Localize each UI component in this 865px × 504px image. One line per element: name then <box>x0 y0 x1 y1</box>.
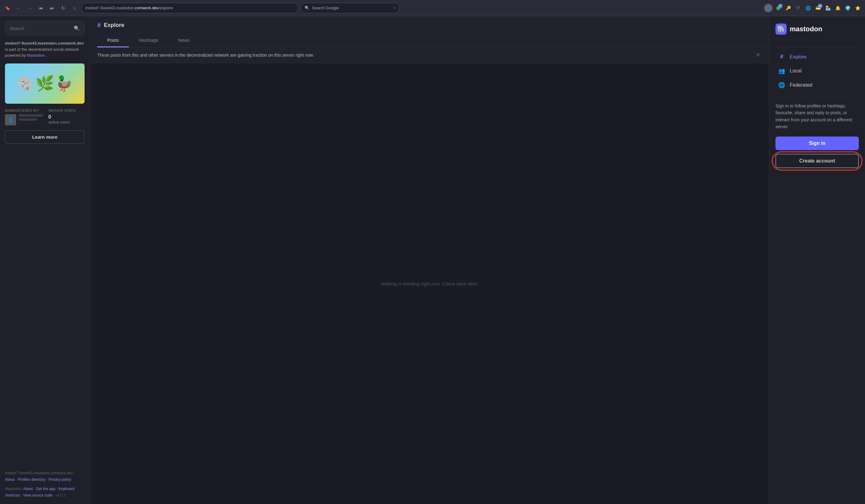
wallet-badge: 10 <box>818 4 822 8</box>
tab-news[interactable]: News <box>168 34 200 47</box>
server-stats-label: SERVER STATS: <box>48 109 77 113</box>
address-bar[interactable]: mstest7-9usm43.mastodon.comwork.dev/expl… <box>81 3 298 13</box>
close-notification-button[interactable]: ✕ <box>754 52 762 58</box>
skip-forward-button[interactable]: ⏭ <box>48 4 56 12</box>
shield-icon[interactable]: 🛡 <box>794 4 803 12</box>
footer-links: mstest7-9usm43.mastodon.comwork.dev: Abo… <box>5 470 84 499</box>
app-body: 🔍 mstest7-9usm43.mastodon.comwork.dev is… <box>0 16 865 504</box>
sign-in-button[interactable]: Sign in <box>775 137 859 150</box>
mastodon-logo: 🐘 mastodon <box>775 24 859 35</box>
right-divider <box>775 97 859 97</box>
footer-keyboard-link[interactable]: Keyboard <box>59 487 74 491</box>
active-users-count: 0 <box>48 114 77 120</box>
tab-hashtags[interactable]: Hashtags <box>129 34 168 47</box>
bookmark-button[interactable]: 🔖 <box>3 4 12 12</box>
footer-mastodon-about-link[interactable]: About <box>23 487 33 491</box>
forward-button[interactable]: → <box>25 4 34 12</box>
mastodon-logo-text: mastodon <box>790 25 822 33</box>
bell-icon[interactable]: 🔔 <box>833 4 842 12</box>
empty-state-text: Nothing is trending right now. Check bac… <box>381 281 478 286</box>
local-icon: 👥 <box>778 68 785 74</box>
explore-hash-icon: # <box>778 54 785 60</box>
footer-mastodon-line: Mastodon: About · Get the app · Keyboard… <box>5 486 84 499</box>
empty-state: Nothing is trending right now. Check bac… <box>90 63 769 504</box>
search-dropdown-icon[interactable]: ▾ <box>394 6 396 10</box>
server-description: mstest7-9usm43.mastodon.comwork.dev is p… <box>5 40 84 59</box>
footer-view-source-link[interactable]: View source code <box>23 493 53 497</box>
skip-back-button[interactable]: ⏮ <box>37 4 45 12</box>
create-account-button[interactable]: Create account <box>775 154 859 168</box>
mastodon-logo-icon: 🐘 <box>775 24 787 35</box>
search-icon: 🔍 <box>74 25 80 31</box>
footer-shortcuts-link[interactable]: shortcuts <box>5 493 20 497</box>
back-button[interactable]: ← <box>14 4 23 12</box>
main-content: # Explore Posts Hashtags News These post… <box>90 16 769 504</box>
nav-federated[interactable]: 🌐 Federated <box>775 78 859 92</box>
nav-explore-label: Explore <box>790 54 806 60</box>
footer-get-app-link[interactable]: Get the app <box>36 487 56 491</box>
notification-text: These posts from this and other servers … <box>97 52 314 59</box>
admin-avatar: 👤 <box>5 114 16 125</box>
browser-chrome: 🔖 ← → ⏮ ⏭ ↻ ⌂ mstest7-9usm43.mastodon.co… <box>0 0 865 16</box>
notification-badge: 1 <box>778 4 783 8</box>
explore-header: # Explore Posts Hashtags News <box>90 16 769 48</box>
footer-privacy-link[interactable]: Privacy policy <box>49 477 71 482</box>
hash-icon: # <box>97 22 101 29</box>
admin-stats: ADMINISTERED BY: 👤 SERVER STATS: 0 activ… <box>5 109 84 125</box>
server-domain: mstest7-9usm43.mastodon.comwork.dev <box>5 41 84 46</box>
administered-by-section: ADMINISTERED BY: 👤 <box>5 109 43 125</box>
url-text: mstest7-9usm43.mastodon.comwork.dev/expl… <box>85 5 173 10</box>
nav-federated-label: Federated <box>790 82 812 88</box>
store-icon[interactable]: 🏪 <box>823 4 832 12</box>
explore-title-text: Explore <box>104 22 124 28</box>
home-button[interactable]: ⌂ <box>70 4 79 12</box>
translate-icon[interactable]: 🌍 <box>843 4 852 12</box>
nav-divider-top <box>775 47 859 47</box>
illustration-emoji: 🐘🌿🦆 <box>17 75 73 92</box>
server-stats-section: SERVER STATS: 0 active users <box>48 109 77 125</box>
search-box[interactable]: 🔍 <box>5 21 84 35</box>
footer-profiles-link[interactable]: Profiles directory <box>18 477 45 482</box>
footer-about-link[interactable]: About <box>5 477 14 482</box>
active-users-label: active users <box>48 120 77 125</box>
admin-name-2 <box>19 118 37 121</box>
nav-explore[interactable]: # Explore <box>775 50 859 64</box>
nav-local-label: Local <box>790 68 801 74</box>
star-icon[interactable]: ⭐ <box>853 4 862 12</box>
browser-search-placeholder: Search Google <box>312 5 339 10</box>
browser-search-bar[interactable]: 🔍 Search Google ▾ <box>301 3 400 13</box>
nav-local[interactable]: 👥 Local <box>775 64 859 78</box>
password-icon[interactable]: 🔑 <box>784 4 793 12</box>
right-sidebar: 🐘 mastodon # Explore 👥 Local 🌐 Federated… <box>769 16 865 504</box>
footer-server: mstest7-9usm43.mastodon.comwork.dev: <box>5 471 74 475</box>
tab-bar: Posts Hashtags News <box>97 34 762 47</box>
create-account-wrapper: Create account <box>775 154 859 168</box>
wallet-icon[interactable]: 💳 10 <box>814 4 822 12</box>
admin-name-1 <box>19 114 43 117</box>
trending-notification: These posts from this and other servers … <box>90 48 769 63</box>
server-illustration: 🐘🌿🦆 <box>5 63 84 104</box>
extension-icon[interactable]: 🧩 1 <box>774 4 783 12</box>
browser-toolbar-icons: 👤 🧩 1 🔑 🛡 🌐 💳 10 🏪 🔔 🌍 ⭐ <box>764 4 862 12</box>
search-icon: 🔍 <box>304 5 310 10</box>
explore-title: # Explore <box>97 22 762 29</box>
url-domain: comwork.dev <box>135 5 159 10</box>
learn-more-button[interactable]: Learn more <box>5 130 84 144</box>
refresh-button[interactable]: ↻ <box>59 4 68 12</box>
federated-icon: 🌐 <box>778 82 785 89</box>
footer-server-line: mstest7-9usm43.mastodon.comwork.dev: Abo… <box>5 470 84 483</box>
administered-by-label: ADMINISTERED BY: <box>5 109 43 113</box>
signin-description: Sign in to follow profiles or hashtags, … <box>775 103 859 130</box>
mastodon-link[interactable]: Mastodon <box>27 53 45 58</box>
tab-posts[interactable]: Posts <box>97 34 129 47</box>
left-sidebar: 🔍 mstest7-9usm43.mastodon.comwork.dev is… <box>0 16 90 504</box>
mastodon-elephant-icon: 🐘 <box>777 25 785 33</box>
vpn-icon[interactable]: 🌐 <box>804 4 812 12</box>
search-input[interactable] <box>10 26 71 31</box>
user-avatar[interactable]: 👤 <box>764 4 773 12</box>
footer-mastodon-label: Mastodon: <box>5 487 22 491</box>
footer-version: v4.0.2 <box>56 493 66 497</box>
